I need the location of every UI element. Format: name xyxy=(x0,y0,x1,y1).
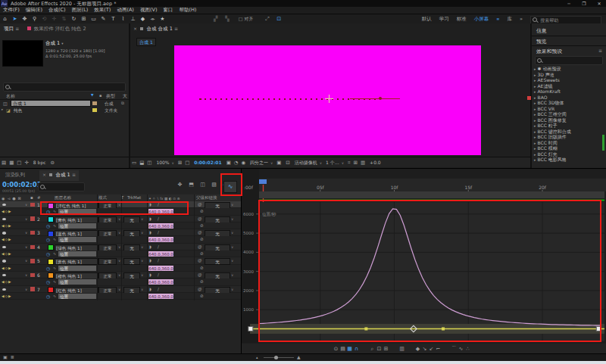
quality-switch-icon[interactable]: ◗ xyxy=(149,216,152,222)
easy-ease-in-icon[interactable]: ↙ xyxy=(428,344,435,354)
zoom-select[interactable]: 100% xyxy=(156,157,169,167)
graph-include-icon[interactable]: ∿ xyxy=(53,236,56,243)
keyframe-navigator[interactable]: ◀◇▶ xyxy=(2,278,12,285)
panel-menu-icon[interactable]: ≡ xyxy=(72,172,76,177)
workspace-tab[interactable]: 标准 xyxy=(457,14,467,23)
keyframe-navigator[interactable]: ◀◇▶ xyxy=(2,236,12,243)
stopwatch-icon[interactable]: ◷ xyxy=(46,250,50,257)
effects-switch-icon[interactable]: ∕ xyxy=(158,272,159,278)
menu-item[interactable]: 视图(V) xyxy=(140,7,158,14)
quality-switch-icon[interactable]: ◗ xyxy=(149,229,152,236)
project-item-name[interactable]: 合成 1 xyxy=(11,100,91,107)
project-row-folder[interactable]: ▸ ◪ 纯色 文件夹 xyxy=(0,107,129,114)
camera-tool[interactable]: ⊞ xyxy=(79,14,89,23)
graph-include-icon[interactable]: ∿ xyxy=(53,293,56,300)
layer-row[interactable]: ∨ 7 [红色 纯色 1] 正常∨ 无∨ ◗ ∕ @ 无∨ xyxy=(0,286,241,293)
workspace-tab[interactable]: 库 xyxy=(508,14,513,23)
motion-keyframe-square[interactable] xyxy=(527,96,531,100)
viewer-camera-icon[interactable]: ▣ xyxy=(226,158,231,168)
effects-item[interactable]: ▸BCC 电影风格 xyxy=(532,157,606,163)
zoom-slider-knob[interactable] xyxy=(274,356,278,359)
layer-row[interactable]: ∨ 4 [绿色 纯色 1] 正常∨ 无∨ ◗ ∕ @ 无∨ xyxy=(0,244,241,250)
minimize-button[interactable]: ─ xyxy=(562,0,576,7)
eye-icon[interactable] xyxy=(2,218,6,220)
exposure-value[interactable]: +0.0 xyxy=(370,157,381,167)
effects-search-input[interactable] xyxy=(535,56,603,65)
effects-switch-icon[interactable]: ∕ xyxy=(158,257,159,264)
eye-icon[interactable] xyxy=(2,204,6,206)
eye-icon[interactable] xyxy=(2,232,6,234)
position-row[interactable]: ◀◇▶ ◷ ∿ 位置 640.0,360.0 ⊘ xyxy=(0,250,241,257)
workspace-tab[interactable]: 小屏幕 xyxy=(474,14,489,23)
parent-pickwhip-icon[interactable]: @ xyxy=(198,272,202,278)
roi-icon[interactable]: ▣ xyxy=(276,158,281,168)
layer-color-swatch[interactable] xyxy=(48,259,54,265)
column-mode[interactable]: 模式 xyxy=(98,195,107,201)
effects-item[interactable]: ▸BCC 旧版插件 xyxy=(532,134,606,140)
stopwatch-icon[interactable]: ◷ xyxy=(46,236,50,243)
align-toggle[interactable]: □ 对齐 xyxy=(239,16,254,21)
close-button[interactable]: ✕ xyxy=(592,0,606,7)
effects-item[interactable]: ▸BCC 灯光 xyxy=(532,151,606,157)
stopwatch-icon[interactable]: ◷ xyxy=(46,265,50,272)
keyframe-navigator[interactable]: ◀◇▶ xyxy=(2,265,12,272)
viewer-view-icon[interactable]: ⌗ xyxy=(348,158,351,168)
label-column-icon[interactable]: ▪ xyxy=(30,195,33,200)
roto-brush-tool[interactable]: ⌯ xyxy=(148,14,158,23)
eraser-tool[interactable]: ◆ xyxy=(138,14,148,23)
position-value[interactable]: 640.0,360.0 xyxy=(148,266,173,271)
label-column-icon[interactable]: ▪ xyxy=(99,93,102,98)
status-icon[interactable]: ≣ xyxy=(11,354,14,359)
camera-select[interactable]: 活动摄像机 xyxy=(295,157,317,167)
keyframe-navigator[interactable]: ◀◇▶ xyxy=(2,250,12,257)
expander-icon[interactable]: ∨ xyxy=(25,286,27,293)
pen-tool[interactable]: ✎ xyxy=(98,14,108,23)
viewer-tool-icon[interactable]: ▭ xyxy=(132,158,136,168)
panel-info[interactable]: 信息 xyxy=(536,27,547,35)
speed-graph[interactable]: :00f05f10f15f20f100020003000400050006000… xyxy=(242,169,606,343)
quality-switch-icon[interactable]: ◗ xyxy=(149,272,152,278)
rotation-tool[interactable]: ↻ xyxy=(69,14,79,23)
label-swatch[interactable] xyxy=(92,108,97,113)
parent-pickwhip-icon[interactable]: @ xyxy=(198,229,202,236)
viewer-camera-icon[interactable]: ◔ xyxy=(234,158,239,168)
position-row[interactable]: ◀◇▶ ◷ ∿ 位置 640.0,360.0 ⊘ xyxy=(0,208,241,215)
status-icon[interactable]: ▣ xyxy=(3,354,8,359)
menu-item[interactable]: 效果(T) xyxy=(94,7,111,14)
label-swatch[interactable] xyxy=(30,231,35,235)
type-tool[interactable]: T xyxy=(108,14,118,23)
keyframe-navigator[interactable]: ◀◇▶ xyxy=(2,293,12,300)
timeline-timecode[interactable]: 0:00:02:01 xyxy=(2,181,42,188)
graph-include-icon[interactable]: ∿ xyxy=(53,208,56,215)
effects-switch-icon[interactable]: ∕ xyxy=(158,244,159,250)
label-swatch[interactable] xyxy=(92,101,97,106)
tab-effect-controls[interactable]: 效果控件 洋红色 纯色 2 xyxy=(34,26,86,32)
menu-item[interactable]: 图层(L) xyxy=(72,7,89,14)
bit-depth-button[interactable]: 8 bpc xyxy=(33,157,46,167)
effects-switch-icon[interactable]: ∕ xyxy=(158,201,159,208)
position-value[interactable]: 640.0,360.0 xyxy=(148,209,173,214)
label-swatch[interactable] xyxy=(30,245,35,250)
position-value[interactable]: 640.0,360.0 xyxy=(148,237,173,242)
effects-item[interactable]: ▸BCC VR xyxy=(532,106,606,112)
graph-include-icon[interactable]: ∿ xyxy=(53,265,56,272)
position-value[interactable]: 640.0,360.0 xyxy=(148,294,173,299)
expander-icon[interactable]: ∨ xyxy=(25,201,27,208)
close-tab-icon[interactable]: × xyxy=(42,172,46,177)
home-tool[interactable]: ⌂ xyxy=(0,14,10,23)
viewer-tool-icon[interactable]: ⬓ xyxy=(139,158,144,168)
resize-icon[interactable]: ⤢ xyxy=(263,14,273,23)
hold-keyframe-icon[interactable]: ⌒ xyxy=(451,344,458,354)
layer-row[interactable]: ∨ 2 [青色 纯色 1] 正常∨ 无∨ ◗ ∕ @ 无∨ xyxy=(0,216,241,222)
project-footer-icon[interactable]: □ xyxy=(17,158,21,168)
tab-timeline-comp[interactable]: 合成 1 xyxy=(56,172,70,178)
workspace-tab[interactable]: 默认 xyxy=(422,14,432,23)
separate-dimensions-icon[interactable]: ▥ xyxy=(398,344,405,354)
column-parent[interactable]: 父级和链接 xyxy=(196,195,217,201)
menu-item[interactable]: 合成(C) xyxy=(48,7,66,14)
draft-3d-icon[interactable]: ⬒ xyxy=(186,182,197,188)
stopwatch-icon[interactable]: ◷ xyxy=(46,208,50,215)
auto-zoom-height-icon[interactable]: ⌕ xyxy=(369,344,376,354)
layer-color-swatch[interactable] xyxy=(48,244,54,250)
label-swatch[interactable] xyxy=(30,216,35,221)
